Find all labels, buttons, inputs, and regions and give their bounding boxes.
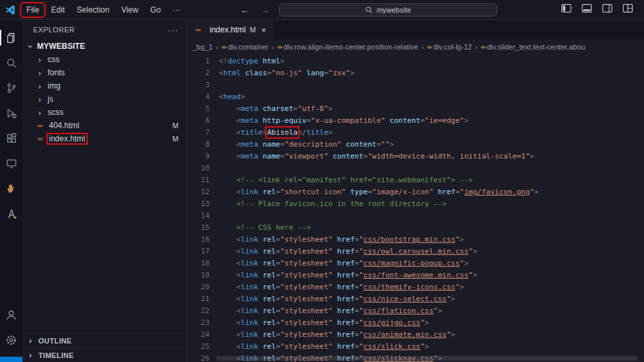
code-lines[interactable]: 1<!doctype html>2<html class="no-js" lan… [187,54,644,362]
code-line[interactable]: 20 <link rel="stylesheet" href="css/them… [187,281,644,293]
menu-edit[interactable]: Edit [46,3,70,17]
menu-go[interactable]: Go [145,3,166,17]
activitybar-hand-extension[interactable] [0,176,22,201]
breadcrumb-item[interactable]: <>div.container [221,43,268,51]
file-index.html[interactable]: <>index.htmlM [22,132,186,145]
workbench: EXPLORER ··· › MYWEBSITE ›css›fonts›img›… [0,20,644,362]
line-content[interactable]: <!-- <link rel="manifest" href="site.web… [210,174,473,186]
activitybar-source-control[interactable] [0,75,22,100]
folder-fonts[interactable]: ›fonts [22,66,186,79]
breadcrumb-item[interactable]: _bg_1 [192,43,213,51]
code-line[interactable]: 4<head> [187,91,644,103]
code-line[interactable]: 12 <link rel="shortcut icon" type="image… [187,186,644,198]
toggle-secondary-sidebar-button[interactable] [602,3,613,17]
line-content[interactable]: <link rel="shortcut icon" type="image/x-… [210,186,539,198]
folder-img[interactable]: ›img [22,79,186,92]
gear-icon [5,334,17,346]
html-tag-icon: <> [221,45,225,50]
code-line[interactable]: 22 <link rel="stylesheet" href="css/flat… [187,305,644,317]
code-line[interactable]: 13 <!-- Place favicon.ico in the root di… [187,198,644,210]
activitybar-extensions[interactable] [0,126,22,151]
tab-index-html[interactable]: <> index.html M × [187,20,273,40]
line-content[interactable]: <link rel="stylesheet" href="css/bootstr… [210,234,464,246]
code-line[interactable]: 3 [187,79,644,91]
activitybar-run-debug[interactable] [0,100,22,126]
code-line[interactable]: 14 [187,210,644,222]
sidebar-section-timeline[interactable]: ›TIMELINE [22,347,186,362]
file-404.html[interactable]: <>404.htmlM [22,119,186,132]
code-line[interactable]: 9 <meta name="viewport" content="width=d… [187,151,644,163]
folder-css[interactable]: ›css [22,53,186,66]
line-content[interactable]: <!-- CSS here --> [210,222,311,234]
line-content[interactable]: <!-- Place favicon.ico in the root direc… [210,198,446,210]
line-content[interactable]: <meta name="viewport" content="width=dev… [210,151,534,163]
line-number: 18 [187,258,210,270]
line-content[interactable]: <!doctype html> [210,55,284,67]
line-content[interactable]: <link rel="stylesheet" href="css/gijgo.c… [210,317,429,329]
code-line[interactable]: 8 <meta name="description" content=""> [187,139,644,151]
code-line[interactable]: 15 <!-- CSS here --> [187,222,644,234]
line-content[interactable]: <meta http-equiv="x-ua-compatible" conte… [210,115,469,127]
close-icon[interactable]: × [261,25,266,35]
code-line[interactable]: 21 <link rel="stylesheet" href="css/nice… [187,293,644,305]
code-line[interactable]: 19 <link rel="stylesheet" href="css/font… [187,270,644,281]
forward-arrow-icon[interactable]: → [259,5,271,15]
line-content[interactable] [210,163,219,174]
git-modified-badge: M [173,122,179,129]
status-bar-remote-indicator[interactable] [0,357,22,362]
line-content[interactable]: <link rel="stylesheet" href="css/owl.car… [210,246,477,258]
code-line[interactable]: 16 <link rel="stylesheet" href="css/boot… [187,234,644,246]
line-content[interactable]: <link rel="stylesheet" href="css/slick.c… [210,341,429,353]
line-content[interactable]: <link rel="stylesheet" href="css/font-aw… [210,270,477,281]
menu-more[interactable]: ··· [167,3,186,17]
code-line[interactable]: 5 <meta charset="utf-8"> [187,103,644,115]
line-content[interactable]: <link rel="stylesheet" href="css/flatico… [210,305,442,317]
line-content[interactable]: <head> [210,91,245,103]
line-content[interactable]: <link rel="stylesheet" href="css/animate… [210,329,456,341]
activitybar-a-extension[interactable] [0,201,22,226]
line-content[interactable] [210,210,219,222]
code-line[interactable]: 23 <link rel="stylesheet" href="css/gijg… [187,317,644,329]
activitybar-settings[interactable] [0,328,22,353]
menu-selection[interactable]: Selection [71,3,114,17]
toggle-primary-sidebar-button[interactable] [561,3,572,17]
horizontal-scrollbar[interactable] [216,356,637,361]
line-content[interactable]: <link rel="stylesheet" href="css/magnifi… [210,258,469,270]
folder-root-mywebsite[interactable]: › MYWEBSITE [22,40,186,53]
command-center-search[interactable]: mywebsite [279,3,497,17]
sidebar-actions-icon[interactable]: ··· [168,25,179,35]
line-content[interactable]: <title>Abisola</title> [210,127,333,139]
activitybar-account[interactable] [0,303,22,328]
breadcrumb-item[interactable]: <>div.slider_text.text-center.abou [481,43,585,51]
line-content[interactable]: <link rel="stylesheet" href="css/themify… [210,281,464,293]
code-line[interactable]: 6 <meta http-equiv="x-ua-compatible" con… [187,115,644,127]
breadcrumb-item[interactable]: <>div.col-lg-12 [427,43,472,51]
activitybar-remote-explorer[interactable] [0,151,22,176]
code-line[interactable]: 2<html class="no-js" lang="zxx"> [187,67,644,79]
menu-file[interactable]: File [21,3,44,17]
code-line[interactable]: 7 <title>Abisola</title> [187,127,644,139]
folder-scss[interactable]: ›scss [22,106,186,119]
back-arrow-icon[interactable]: ← [239,5,251,15]
code-line[interactable]: 11 <!-- <link rel="manifest" href="site.… [187,174,644,186]
activitybar-explorer[interactable] [0,25,22,50]
line-content[interactable]: <html class="no-js" lang="zxx"> [210,67,354,79]
code-line[interactable]: 1<!doctype html> [187,55,644,67]
line-content[interactable] [210,79,219,91]
code-line[interactable]: 17 <link rel="stylesheet" href="css/owl.… [187,246,644,258]
code-line[interactable]: 24 <link rel="stylesheet" href="css/anim… [187,329,644,341]
code-line[interactable]: 10 [187,163,644,174]
vscode-window: FileEditSelectionViewGo··· ← → mywebsite [0,0,644,362]
line-content[interactable]: <meta name="description" content=""> [210,139,394,151]
code-line[interactable]: 25 <link rel="stylesheet" href="css/slic… [187,341,644,353]
toggle-panel-button[interactable] [581,3,592,17]
activitybar-search[interactable] [0,50,22,75]
breadcrumb-item[interactable]: <>div.row.align-items-center.position-re… [278,43,419,51]
line-content[interactable]: <link rel="stylesheet" href="css/nice-se… [210,293,456,305]
line-content[interactable]: <meta charset="utf-8"> [210,103,333,115]
menu-view[interactable]: View [116,3,143,17]
code-line[interactable]: 18 <link rel="stylesheet" href="css/magn… [187,258,644,270]
sidebar-section-outline[interactable]: ›OUTLINE [22,333,186,347]
customize-layout-button[interactable] [622,3,633,17]
folder-js[interactable]: ›js [22,92,186,106]
